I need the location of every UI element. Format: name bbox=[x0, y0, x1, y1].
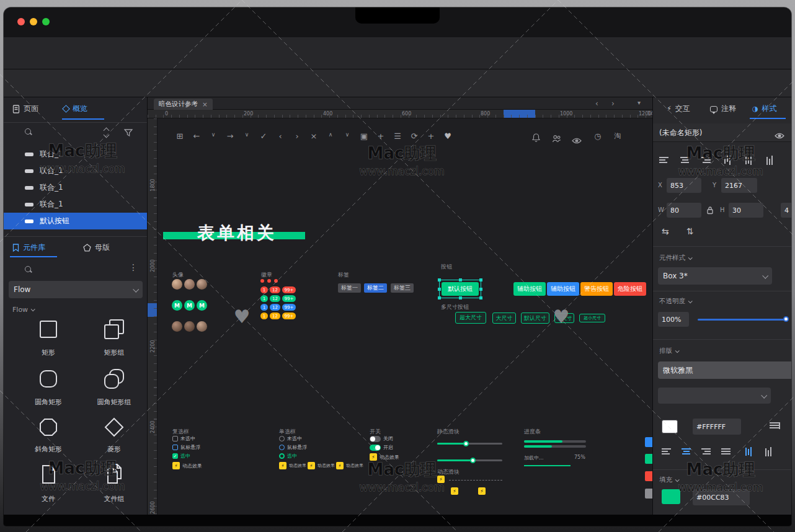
text-align-justify-icon[interactable] bbox=[721, 448, 731, 455]
opacity-slider-track[interactable] bbox=[698, 319, 788, 321]
dynamic-slider-track[interactable] bbox=[449, 480, 502, 481]
radio-item[interactable]: 鼠标悬浮 bbox=[279, 444, 307, 451]
tag-chip[interactable]: 标签二 bbox=[364, 283, 387, 293]
fit-view-icon[interactable]: ▣ bbox=[358, 131, 370, 141]
switch-effect-item[interactable]: ⚡动态效果 bbox=[370, 453, 399, 461]
badge[interactable]: 1 bbox=[260, 286, 268, 293]
badge[interactable]: 12 bbox=[270, 304, 280, 311]
close-icon[interactable]: × bbox=[308, 131, 320, 141]
tab-interaction[interactable]: ⚡ 交互 bbox=[667, 104, 690, 114]
default-button-widget[interactable]: 默认按钮 bbox=[442, 282, 479, 296]
lightning-icon[interactable]: ⚡ bbox=[451, 487, 458, 495]
tree-item[interactable]: 联合_1 bbox=[4, 179, 147, 196]
search-icon[interactable] bbox=[25, 266, 32, 273]
tree-item[interactable]: 联合_1 bbox=[4, 162, 147, 179]
selection-handle[interactable] bbox=[438, 288, 441, 291]
warning-button-widget[interactable]: 警告按钮 bbox=[580, 282, 613, 296]
align-right-icon[interactable] bbox=[701, 157, 711, 164]
tab-prev-icon[interactable]: ‹ bbox=[595, 99, 598, 108]
tab-overview[interactable]: 概览 bbox=[63, 104, 87, 114]
tab-list-icon[interactable]: ▾ bbox=[637, 99, 641, 106]
undo-icon[interactable]: ← bbox=[190, 131, 203, 141]
danger-button-widget[interactable]: 危险按钮 bbox=[614, 282, 646, 296]
color-square[interactable] bbox=[645, 471, 652, 481]
menu-icon[interactable]: ☰ bbox=[391, 131, 404, 141]
badge[interactable]: 99+ bbox=[282, 286, 296, 293]
toggle-on-icon[interactable] bbox=[370, 445, 381, 451]
canvas-workspace[interactable]: 暗色设计参考 × ‹ › ▾ 0 200 400 600 800 1000 12… bbox=[148, 97, 652, 515]
fill-color-input[interactable]: #00CC83 bbox=[693, 489, 750, 505]
badge[interactable]: 99+ bbox=[282, 304, 296, 311]
collapse-down-icon[interactable]: ∨ bbox=[341, 131, 353, 138]
canvas-tab[interactable]: 暗色设计参考 × bbox=[154, 99, 213, 110]
lock-ratio-icon[interactable] bbox=[706, 205, 714, 217]
slider-knob[interactable] bbox=[470, 458, 476, 463]
font-family-select[interactable]: 微软雅黑 bbox=[658, 361, 791, 379]
radio-item[interactable]: 未选中 bbox=[279, 435, 302, 442]
fill-color-swatch[interactable] bbox=[662, 489, 680, 504]
component-rectangle-group[interactable] bbox=[103, 318, 125, 343]
badge-dot[interactable] bbox=[267, 279, 271, 283]
close-window-button[interactable] bbox=[17, 18, 25, 25]
radio-effect-item[interactable]: ⚡动态效果 bbox=[308, 462, 335, 469]
color-square[interactable] bbox=[645, 489, 652, 499]
minimize-window-button[interactable] bbox=[30, 18, 37, 25]
text-align-center-icon[interactable] bbox=[682, 448, 691, 455]
flip-horizontal-icon[interactable]: ⇆ bbox=[662, 226, 669, 236]
avatar[interactable] bbox=[197, 321, 207, 332]
collapse-up-icon[interactable]: ∧ bbox=[324, 131, 337, 138]
fill-section[interactable]: 填充 bbox=[659, 476, 678, 484]
badge[interactable]: 1 bbox=[260, 304, 268, 311]
component-rounded-rectangle[interactable] bbox=[37, 368, 60, 392]
undo-menu-icon[interactable]: ∨ bbox=[207, 131, 220, 138]
size-button-widget[interactable]: 超小尺寸 bbox=[579, 314, 605, 322]
width-input[interactable]: 80 bbox=[667, 203, 701, 218]
selection-handle[interactable] bbox=[459, 278, 462, 282]
radio-effect-item[interactable]: ⚡动态效果 bbox=[336, 462, 363, 469]
add-icon[interactable]: + bbox=[425, 131, 437, 141]
avatar[interactable] bbox=[172, 321, 182, 332]
text-valign-bottom-icon[interactable] bbox=[765, 447, 771, 456]
checkbox-item[interactable]: 鼠标悬浮 bbox=[172, 444, 200, 451]
color-square[interactable] bbox=[645, 454, 652, 464]
visibility-eye-icon[interactable] bbox=[775, 130, 784, 141]
opacity-slider-knob[interactable] bbox=[783, 316, 789, 322]
tag-chip[interactable]: 标签一 bbox=[338, 283, 361, 293]
avatar[interactable] bbox=[197, 279, 207, 290]
collaborators-icon[interactable] bbox=[552, 133, 561, 145]
collapse-all-icon[interactable] bbox=[103, 128, 110, 136]
align-left-icon[interactable] bbox=[659, 157, 668, 164]
checkbox-item[interactable]: 未选中 bbox=[172, 435, 195, 442]
align-middle-icon[interactable] bbox=[745, 156, 752, 165]
secondary-button-widget[interactable]: 辅助按钮 bbox=[547, 282, 579, 296]
toggle-off-icon[interactable] bbox=[370, 436, 381, 442]
selection-handle[interactable] bbox=[479, 296, 482, 299]
lightning-icon[interactable]: ⚡ bbox=[478, 487, 486, 495]
avatar-letter[interactable]: M bbox=[197, 300, 207, 311]
history-clock-icon[interactable]: ◷ bbox=[592, 131, 604, 141]
search-icon[interactable] bbox=[25, 128, 32, 136]
tab-pages[interactable]: 页面 bbox=[12, 104, 38, 114]
size-button-widget[interactable]: 超大尺寸 bbox=[455, 312, 486, 324]
tree-item[interactable]: 联合_1 bbox=[4, 146, 147, 162]
radio-item[interactable]: 选中 bbox=[279, 453, 297, 459]
align-top-icon[interactable] bbox=[724, 156, 731, 165]
typography-section[interactable]: 排版 bbox=[659, 347, 678, 355]
text-list-icon[interactable] bbox=[770, 422, 780, 429]
secondary-button-widget[interactable]: 辅助按钮 bbox=[513, 282, 546, 296]
favorite-heart-icon[interactable]: ♥ bbox=[442, 131, 454, 141]
tab-style[interactable]: ◑ 样式 bbox=[752, 104, 777, 114]
component-bevel-rectangle[interactable] bbox=[37, 416, 60, 441]
badge[interactable]: 1 bbox=[260, 295, 268, 302]
selection-handle[interactable] bbox=[479, 278, 482, 282]
switch-item[interactable]: 开启 bbox=[370, 444, 393, 451]
font-weight-select[interactable] bbox=[658, 388, 771, 404]
tree-item-selected[interactable]: 默认按钮 bbox=[4, 213, 147, 229]
next-icon[interactable]: › bbox=[291, 131, 303, 141]
tag-chip[interactable]: 标签三 bbox=[391, 283, 414, 293]
badge-dot[interactable] bbox=[274, 279, 278, 283]
selection-handle[interactable] bbox=[438, 278, 441, 282]
add-node-icon[interactable]: + bbox=[375, 131, 387, 141]
selection-handle[interactable] bbox=[479, 288, 482, 291]
y-input[interactable]: 2167 bbox=[721, 178, 757, 193]
